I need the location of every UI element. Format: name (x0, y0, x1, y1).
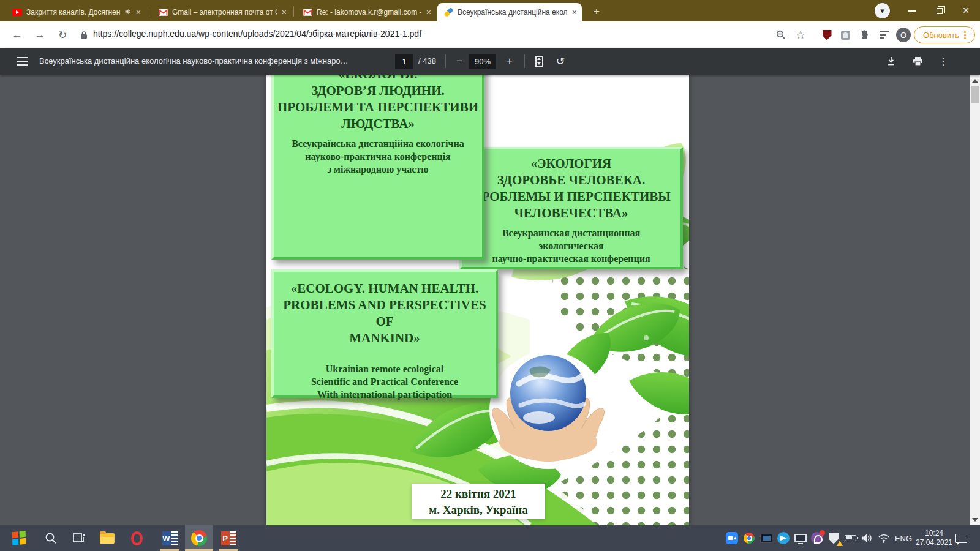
gmail-icon (303, 7, 312, 17)
battery-tray-icon[interactable] (843, 531, 857, 545)
title-ru-line: «ЭКОЛОГИЯ (462, 156, 680, 172)
browser-menu-icon[interactable] (964, 31, 966, 39)
url-field[interactable]: https://college.nuph.edu.ua/wp-content/u… (93, 29, 421, 39)
word-button[interactable]: W (156, 525, 184, 551)
start-button[interactable] (5, 525, 33, 551)
download-button[interactable] (884, 54, 899, 69)
tab-title: Gmail – электронная почта от G (172, 8, 277, 17)
scrollbar-thumb[interactable] (971, 86, 979, 103)
profile-badge[interactable]: O (896, 28, 911, 42)
scroll-up-icon[interactable] (970, 76, 980, 85)
back-icon[interactable]: ← (9, 27, 25, 43)
page-number-input[interactable] (395, 54, 413, 69)
gmail-icon (158, 7, 168, 17)
clock[interactable]: 10:24 27.04.2021 (916, 525, 952, 551)
viber-tray-icon[interactable] (810, 531, 824, 545)
action-center-button[interactable] (954, 531, 968, 545)
vertical-scrollbar[interactable] (970, 75, 980, 525)
subtitle-en-line: Scientific and Practical Conference (274, 375, 496, 388)
update-label: Обновить (923, 31, 959, 40)
title-ru-line: ЗДОРОВЬЕ ЧЕЛОВЕКА. (462, 172, 680, 189)
update-browser-button[interactable]: Обновить (914, 26, 975, 43)
telegram-tray-icon[interactable] (777, 531, 790, 545)
word-icon: W (162, 531, 178, 545)
conference-box-en: «ECOLOGY. HUMAN HEALTH. PROBLEMS AND PER… (271, 269, 498, 398)
zoom-in-button[interactable]: + (502, 54, 517, 69)
rotate-button[interactable]: ↺ (553, 54, 568, 69)
powerpoint-button[interactable]: P (214, 525, 243, 551)
clock-date: 27.04.2021 (916, 538, 952, 547)
pdf-viewport: «ЕКОЛОГІЯ. ЗДОРОВ’Я ЛЮДИНИ. ПРОБЛЕМИ ТА … (0, 75, 980, 525)
powerpoint-icon: P (221, 531, 236, 545)
file-explorer-button[interactable] (93, 525, 121, 551)
conference-date-box: 22 квітня 2021 м. Харків, Україна (412, 484, 545, 519)
title-en-line: PROBLEMS AND PERSPECTIVES OF (274, 297, 496, 330)
gray-extension-icon[interactable] (838, 28, 853, 42)
zoom-page-icon[interactable] (774, 28, 788, 42)
opera-button[interactable] (123, 525, 151, 551)
subtitle-ua-line: Всеукраїнська дистанційна екологічна (274, 137, 482, 150)
tab-close-icon[interactable]: × (572, 7, 577, 17)
title-ua-line: ЗДОРОВ’Я ЛЮДИНИ. (274, 83, 482, 99)
title-ua-line: «ЕКОЛОГІЯ. (274, 75, 482, 83)
title-ru-line: ЧЕЛОВЕЧЕСТВА» (462, 205, 680, 222)
reload-icon[interactable]: ↻ (55, 27, 70, 43)
language-indicator[interactable]: ENG (892, 525, 915, 551)
conference-date: 22 квітня 2021 (412, 486, 545, 502)
tab-title: Re: - lakomova.k.r@gmail.com - C (317, 8, 422, 17)
zoom-level: 90% (469, 54, 496, 69)
monitor-tray-icon[interactable] (760, 531, 773, 545)
task-view-button[interactable] (65, 525, 93, 551)
tab-gmail-message[interactable]: Re: - lakomova.k.r@gmail.com - C × (296, 3, 436, 21)
tab-pdf-active[interactable]: Всеукраїнська дистанційна екол × (437, 3, 582, 21)
volume-tray-icon[interactable] (860, 531, 873, 545)
conference-location: м. Харків, Україна (412, 502, 545, 518)
pdf-menu-icon[interactable] (17, 57, 28, 66)
zoom-tray-icon[interactable] (725, 531, 739, 545)
pdf-document-title: Всеукраїнська дистанційна екологічна нау… (39, 56, 349, 66)
tab-close-icon[interactable]: × (282, 7, 287, 17)
pdf-toolbar: Всеукраїнська дистанційна екологічна нау… (0, 48, 980, 75)
scroll-down-icon[interactable] (970, 515, 980, 524)
subtitle-ua-line: з міжнародною участю (274, 163, 482, 176)
minimize-button[interactable] (899, 0, 925, 21)
tab-title: Закриття каналів. Досягненн (26, 8, 120, 17)
display-tray-icon[interactable] (794, 531, 807, 545)
toolbar-divider (445, 54, 446, 68)
wifi-tray-icon[interactable] (877, 531, 891, 545)
bookmark-star-icon[interactable]: ☆ (793, 28, 808, 42)
tab-close-icon[interactable]: × (426, 7, 431, 17)
chrome-button[interactable] (185, 525, 213, 551)
page-count: / 438 (418, 56, 436, 66)
tab-title: Всеукраїнська дистанційна екол (458, 8, 568, 17)
tab-separator (149, 6, 149, 17)
title-ua-line: ЛЮДСТВА» (274, 116, 482, 132)
subtitle-ru-line: Всеукраинская дистанционная (462, 227, 680, 239)
playlist-extension-icon[interactable] (877, 28, 892, 42)
chrome-icon (191, 530, 207, 546)
restore-button[interactable] (927, 0, 952, 21)
zoom-out-button[interactable]: − (452, 54, 467, 69)
puzzle-extension-icon[interactable] (856, 28, 871, 42)
new-tab-button[interactable]: + (589, 4, 604, 19)
pdf-more-options-button[interactable]: ⋮ (936, 54, 951, 69)
avatar[interactable]: ▾ (875, 3, 890, 18)
close-button[interactable]: × (953, 0, 979, 21)
tab-bar: Закриття каналів. Досягненн × Gmail – эл… (0, 0, 980, 21)
tab-close-icon[interactable]: × (136, 7, 141, 17)
defender-tray-icon[interactable] (827, 531, 840, 545)
tab-gmail-inbox[interactable]: Gmail – электронная почта от G × (152, 3, 292, 21)
tab-separator (293, 6, 294, 17)
chrome-tray-icon[interactable] (742, 531, 756, 545)
tab-youtube[interactable]: Закриття каналів. Досягненн × (6, 3, 146, 21)
tab-audio-icon[interactable] (124, 8, 132, 17)
pdf-favicon-icon (443, 7, 453, 17)
search-button[interactable] (37, 525, 65, 551)
subtitle-ua-line: науково-практична конференція (274, 150, 482, 163)
ublock-extension-icon[interactable] (820, 28, 834, 42)
fit-page-button[interactable] (532, 54, 546, 69)
forward-icon[interactable]: → (32, 27, 48, 43)
print-button[interactable] (910, 54, 925, 69)
padlock-icon[interactable] (76, 27, 92, 43)
subtitle-ru-line: научно-практическая конференция (462, 252, 680, 265)
